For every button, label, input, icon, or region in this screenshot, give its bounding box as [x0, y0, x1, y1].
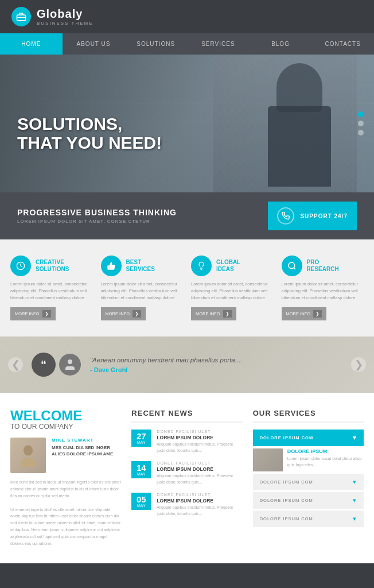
hero-dot-3[interactable]: [358, 130, 364, 136]
service-plain-1-label: DOLORE IPSUM COM: [260, 479, 313, 485]
hero-dot-2[interactable]: [358, 121, 364, 126]
testimonial-author: - Dave Grohl: [90, 366, 342, 373]
svg-point-5: [289, 262, 295, 269]
support-label: SUPPORT 24/7: [300, 213, 348, 219]
arrow-icon: ❯: [42, 310, 51, 318]
service-featured-info: DOLORE IPSUM Lorem ipsum dolor cusat dol…: [287, 448, 364, 471]
feature-research: PRORESEARCH Lorem ipsum dolor sit amet, …: [282, 256, 364, 320]
features-section: CREATIVESOLUTIONS Lorem ipsum dolor sit …: [0, 239, 374, 336]
service-plain-2-label: DOLORE IPSUM COM: [260, 498, 313, 503]
thumbup-icon: [107, 261, 116, 270]
cta-banner: PROGRESSIVE BUSINESS THINKING LOREM IPSU…: [0, 192, 374, 239]
cta-text: PROGRESSIVE BUSINESS THINKING LOREM IPSU…: [17, 208, 177, 224]
feature-ideas-btn[interactable]: MORE INFO ❯: [191, 307, 236, 320]
chevron-down-icon-4: ▾: [353, 515, 357, 523]
news-day-1: 27: [136, 432, 146, 440]
welcome-person-name: MIKE STEWART: [52, 438, 113, 443]
hero-line1: SOLUTIONS,: [17, 114, 162, 133]
services-title: OUR SERVICES: [253, 409, 364, 423]
feature-creative-btn[interactable]: MORE INFO ❯: [10, 307, 56, 320]
feature-research-btn[interactable]: MORE INFO ❯: [282, 307, 327, 320]
testimonial-section: ❮ “ "Aenean nonummy hendrerit mau phasel…: [0, 336, 374, 393]
news-headline-2: LOREM IPSUM DOLORE: [157, 466, 242, 472]
services-column: OUR SERVICES DOLORE IPSUM COM ▾ DOLORE I…: [253, 409, 364, 547]
nav-about[interactable]: ABOUT US: [63, 33, 125, 55]
svg-line-6: [294, 268, 295, 269]
bulb-icon-circle: [191, 256, 212, 276]
testimonial-avatar: [59, 354, 81, 376]
feature-ideas-btn-label: MORE INFO: [196, 311, 220, 316]
welcome-column: WELCOME TO OUR COMPANY MIKE STEWART MES …: [10, 409, 121, 547]
search-icon-circle: [282, 256, 302, 276]
feature-ideas-desc: Lorem ipsum dolor sit amet, consectetur …: [191, 281, 274, 301]
svg-point-7: [68, 359, 72, 364]
header: Globaly Business Theme: [0, 0, 374, 33]
feature-research-btn-label: MORE INFO: [286, 311, 311, 316]
cta-title: PROGRESSIVE BUSINESS THINKING: [17, 208, 177, 217]
welcome-avatar: [10, 438, 46, 473]
logo-icon[interactable]: [11, 7, 31, 26]
news-headline-1: LOREM IPSUM DOLORE: [157, 435, 242, 440]
hero-dots: [358, 111, 364, 136]
service-top-item[interactable]: DOLORE IPSUM COM ▾: [253, 430, 364, 446]
prev-arrow[interactable]: ❮: [8, 357, 23, 372]
svg-point-9: [21, 458, 35, 467]
hero-section: SOLUTIONS, THAT YOU NEED!: [0, 55, 374, 192]
news-day-2: 14: [136, 463, 146, 472]
bulb-icon: [197, 261, 206, 270]
feature-creative: CREATIVESOLUTIONS Lorem ipsum dolor sit …: [10, 256, 93, 320]
news-content-3: DONEC FACILISI ULET LOREM IPSUM DOLORE A…: [157, 493, 242, 517]
nav-solutions[interactable]: SOLUTIONS: [124, 33, 187, 55]
service-featured-desc: Lorem ipsum dolor cusat dolat ctetur ali…: [287, 456, 364, 468]
feature-creative-btn-label: MORE INFO: [15, 311, 40, 316]
navigation: HOME ABOUT US SOLUTIONS SERVICES BLOG CO…: [0, 33, 374, 55]
hero-line2: THAT YOU NEED!: [17, 133, 162, 152]
news-content-1: DONEC FACILISI ULET LOREM IPSUM DOLORE A…: [157, 430, 242, 454]
thumb-icon-circle: [101, 256, 122, 276]
person-icon: [63, 358, 77, 372]
feature-ideas: GLOBALIDEAS Lorem ipsum dolor sit amet, …: [191, 256, 274, 320]
nav-contacts[interactable]: CONTACTS: [311, 33, 374, 55]
feature-ideas-title: GLOBALIDEAS: [216, 259, 240, 273]
hero-dot-1[interactable]: [358, 111, 364, 117]
feature-services-btn-label: MORE INFO: [106, 311, 130, 316]
service-plain-2[interactable]: DOLORE IPSUM COM ▾: [253, 492, 364, 509]
service-plain-1[interactable]: DOLORE IPSUM COM ▾: [253, 474, 364, 490]
testimonial-quote: "Aenean nonummy hendrerit mau phasellus …: [90, 357, 342, 363]
news-item-1: 27 MAY DONEC FACILISI ULET LOREM IPSUM D…: [131, 430, 242, 454]
next-arrow[interactable]: ❯: [351, 357, 366, 372]
phone-icon: [282, 212, 290, 220]
news-month-1: MAY: [136, 440, 146, 444]
search-icon: [287, 261, 297, 270]
service-plain-3[interactable]: DOLORE IPSUM COM ▾: [253, 510, 364, 527]
logo-text: Globaly Business Theme: [37, 7, 94, 26]
news-desc-3: Aliquam dapibus tincidunt metus. Praesen…: [157, 505, 242, 517]
news-column: RECENT NEWS 27 MAY DONEC FACILISI ULET L…: [131, 409, 242, 547]
welcome-body: Mee cuml dia sed in lacus ut enaean inge…: [10, 479, 121, 547]
news-cat-3: DONEC FACILISI ULET: [157, 493, 242, 497]
welcome-title: WELCOME: [10, 409, 121, 423]
chevron-down-icon-3: ▾: [353, 497, 357, 504]
feature-services: BESTSERVICES Lorem ipsum dolor sit amet,…: [101, 256, 184, 320]
support-button[interactable]: SUPPORT 24/7: [268, 202, 357, 230]
service-featured-image: [253, 448, 283, 471]
feature-services-btn[interactable]: MORE INFO ❯: [101, 307, 146, 320]
nav-home[interactable]: HOME: [0, 33, 63, 55]
quote-icon-circle: “: [32, 353, 56, 377]
nav-services[interactable]: SERVICES: [187, 33, 250, 55]
clock-icon-circle: [10, 256, 31, 276]
nav-blog[interactable]: BLOG: [250, 33, 312, 55]
feature-creative-title: CREATIVESOLUTIONS: [36, 259, 69, 273]
welcome-person-info: MIKE STEWART MES CUM. DIA SED INGERALIES…: [52, 438, 113, 457]
service-featured-title: DOLORE IPSUM: [287, 448, 364, 454]
cta-subtitle: LOREM IPSUM DOLOR SIT AMET, CONSE CTETUR: [17, 219, 177, 224]
feature-research-title: PRORESEARCH: [307, 259, 339, 273]
testimonial-content: "Aenean nonummy hendrerit mau phasellus …: [90, 357, 342, 373]
person-avatar-icon: [17, 444, 40, 467]
briefcase-icon: [16, 11, 26, 22]
feature-services-title: BESTSERVICES: [126, 259, 155, 273]
arrow-icon-2: ❯: [133, 310, 141, 318]
feature-research-desc: Lorem ipsum dolor sit amet, consectetur …: [282, 281, 364, 301]
logo-name: Globaly: [37, 7, 94, 21]
news-date-1: 27 MAY: [131, 430, 151, 447]
